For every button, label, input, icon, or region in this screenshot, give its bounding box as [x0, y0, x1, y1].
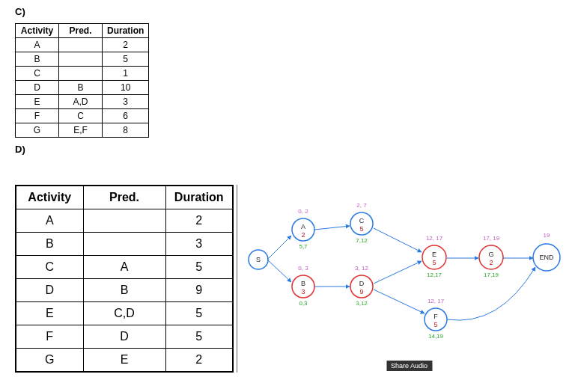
th-activity: Activity	[16, 186, 83, 209]
table-row: B5	[16, 52, 149, 67]
th-duration: Duration	[103, 24, 149, 38]
svg-text:3,12: 3,12	[356, 300, 368, 307]
table-row: C1	[16, 67, 149, 81]
svg-text:17, 19: 17, 19	[483, 235, 500, 242]
section-d-label: D)	[15, 144, 581, 155]
th-activity: Activity	[16, 24, 59, 38]
table-row: FC6	[16, 109, 149, 123]
svg-text:2: 2	[301, 231, 305, 239]
diagram-svg: S 0, 2 A 2 5,7 0, 3 B 3 0,3 2, 7 C 5	[237, 185, 567, 357]
svg-text:3: 3	[301, 288, 305, 295]
th-pred: Pred.	[59, 24, 103, 38]
edge	[374, 261, 422, 284]
table-row: GE,F8	[16, 123, 149, 138]
node-f: 12, 17 F 5 14,19	[425, 298, 447, 340]
svg-text:12, 17: 12, 17	[428, 298, 445, 304]
node-end: 19 END	[533, 232, 560, 271]
svg-text:5: 5	[359, 225, 363, 233]
edge	[267, 260, 291, 282]
edge	[374, 228, 422, 252]
table-row: DB9	[16, 279, 233, 302]
table-row: EA,D3	[16, 95, 149, 109]
table-row: GE2	[16, 349, 233, 373]
network-diagram: S 0, 2 A 2 5,7 0, 3 B 3 0,3 2, 7 C 5	[237, 185, 581, 373]
svg-text:D: D	[359, 280, 365, 287]
th-duration: Duration	[165, 186, 233, 209]
table-c: Activity Pred. Duration A2 B5 C1 DB10 EA…	[15, 23, 149, 138]
svg-text:9: 9	[359, 288, 363, 295]
node-g: 17, 19 G 2 17,19	[479, 235, 503, 278]
table-row: DB10	[16, 81, 149, 95]
svg-text:7,12: 7,12	[356, 237, 368, 244]
section-c-label: C)	[15, 6, 581, 17]
table-row: A2	[16, 209, 233, 233]
svg-text:0,3: 0,3	[299, 300, 308, 307]
svg-text:5,7: 5,7	[299, 243, 308, 250]
svg-text:19: 19	[544, 232, 550, 239]
table-row: A2	[16, 38, 149, 52]
svg-text:2: 2	[489, 259, 493, 266]
svg-text:12, 17: 12, 17	[426, 235, 443, 242]
node-b: 0, 3 B 3 0,3	[292, 265, 314, 307]
svg-text:5: 5	[432, 259, 436, 266]
node-e: 12, 17 E 5 12,17	[422, 235, 446, 278]
svg-text:A: A	[301, 223, 305, 230]
node-a: 0, 2 A 2 5,7	[292, 208, 314, 250]
share-audio-button[interactable]: Share Audio	[386, 361, 432, 371]
table-row: Activity Pred. Duration	[16, 24, 149, 38]
table-row: CA5	[16, 256, 233, 279]
edge	[267, 236, 291, 260]
node-c: 2, 7 C 5 7,12	[350, 202, 373, 244]
edge	[374, 290, 425, 313]
table-row: B3	[16, 233, 233, 256]
svg-text:E: E	[432, 251, 436, 258]
edge	[314, 226, 350, 230]
svg-text:B: B	[301, 280, 305, 287]
svg-text:F: F	[434, 313, 438, 320]
svg-text:12,17: 12,17	[427, 272, 442, 278]
svg-text:END: END	[539, 254, 554, 261]
node-d: 3, 12 D 9 3,12	[350, 265, 373, 307]
svg-text:G: G	[488, 251, 493, 258]
svg-text:5: 5	[434, 321, 437, 328]
svg-text:0, 2: 0, 2	[298, 208, 308, 215]
svg-text:C: C	[359, 217, 365, 224]
table-d: Activity Pred. Duration A2 B3 CA5 DB9 EC…	[15, 185, 234, 373]
th-pred: Pred.	[83, 186, 165, 209]
svg-text:2, 7: 2, 7	[356, 202, 367, 209]
svg-text:14,19: 14,19	[428, 333, 444, 340]
table-row: Activity Pred. Duration	[16, 186, 233, 209]
table-row: EC,D5	[16, 302, 233, 325]
table-row: FD5	[16, 325, 233, 349]
svg-text:S: S	[256, 256, 261, 263]
svg-text:0, 3: 0, 3	[298, 265, 308, 272]
svg-text:17,19: 17,19	[484, 272, 499, 278]
svg-text:3, 12: 3, 12	[355, 265, 368, 272]
node-s: S	[249, 250, 268, 269]
